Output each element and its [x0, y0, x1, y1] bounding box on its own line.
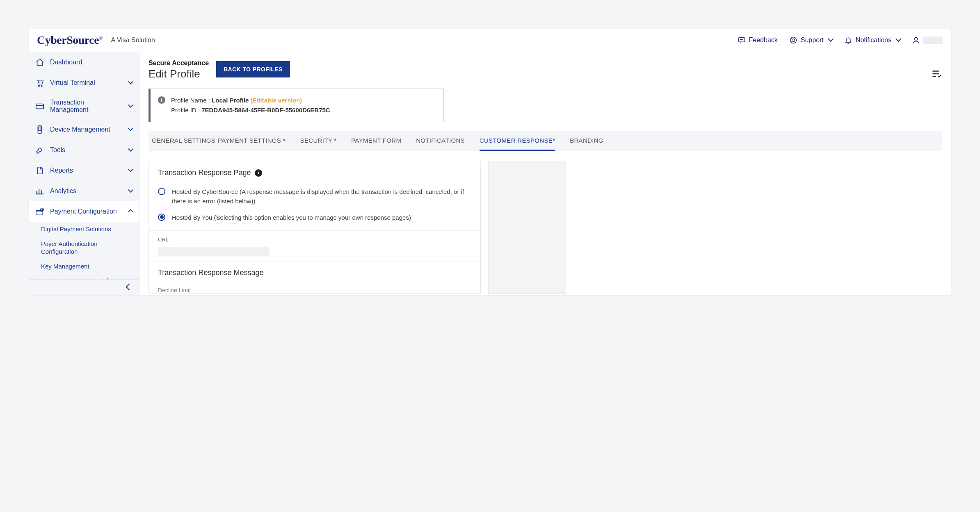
- wrench-icon: [35, 146, 44, 155]
- chevron-down-icon: [129, 187, 132, 195]
- card-icon: [35, 102, 44, 111]
- sidebar-collapse-button[interactable]: [29, 279, 139, 295]
- tab-security[interactable]: SECURITY *: [300, 131, 337, 151]
- radio-icon: [158, 214, 165, 221]
- decline-limit-label: Decline Limit: [149, 281, 480, 294]
- page-header: Secure Acceptance Edit Profile BACK TO P…: [148, 59, 942, 80]
- logo-main: CyberSource: [37, 34, 99, 46]
- sidebar-item-payment-configuration[interactable]: Payment Configuration: [29, 201, 139, 222]
- feedback-icon: [738, 36, 746, 44]
- sidebar-item-virtual-terminal[interactable]: Virtual Terminal: [29, 73, 139, 93]
- subitem-key-management[interactable]: Key Management: [41, 262, 139, 271]
- app-window: CyberSource® A Visa Solution Feedback Su…: [29, 29, 951, 295]
- profile-name-line: Profile Name : Local Profile (Editable v…: [171, 96, 330, 105]
- svg-point-2: [741, 39, 742, 40]
- registered-mark: ®: [99, 35, 102, 41]
- radio-hosted-by-you[interactable]: Hosted By You (Selecting this option ena…: [149, 209, 480, 225]
- tab-payment-settings[interactable]: PAYMENT SETTINGS *: [218, 131, 286, 151]
- info-icon: i: [158, 96, 165, 104]
- page-supertitle: Secure Acceptance: [148, 59, 209, 67]
- response-panel: Transaction Response Page i Hosted By Cy…: [148, 161, 481, 294]
- nav-list: Dashboard Virtual Terminal Transaction M…: [29, 52, 139, 279]
- header-actions: Feedback Support Notifications: [738, 36, 943, 44]
- tab-general-settings[interactable]: GENERAL SETTINGS: [152, 131, 215, 151]
- radio-label: Hosted By You (Selecting this option ena…: [172, 213, 411, 222]
- info-icon[interactable]: i: [255, 169, 262, 177]
- svg-point-8: [41, 85, 42, 86]
- logo-text: CyberSource®: [37, 34, 103, 47]
- body: Dashboard Virtual Terminal Transaction M…: [29, 52, 951, 295]
- notifications-dropdown[interactable]: Notifications: [844, 36, 900, 44]
- svg-point-5: [792, 39, 795, 42]
- sidebar-item-transaction-management[interactable]: Transaction Management: [29, 93, 139, 119]
- response-message-heading: Transaction Response Message: [149, 262, 480, 281]
- chevron-down-icon: [129, 146, 132, 154]
- subitem-digital-payment-solutions[interactable]: Digital Payment Solutions: [41, 224, 139, 234]
- user-name-redacted: [923, 36, 943, 44]
- support-dropdown[interactable]: Support: [789, 36, 833, 44]
- user-menu[interactable]: [912, 36, 943, 44]
- url-label: URL: [158, 237, 471, 243]
- subitem-secure-acceptance[interactable]: Secure Acceptance Settings: [41, 276, 139, 279]
- svg-rect-9: [36, 104, 43, 109]
- payment-config-icon: [35, 207, 44, 216]
- nav-label: Device Management: [50, 126, 110, 133]
- chevron-down-icon: [129, 79, 132, 86]
- radio-icon: [158, 188, 165, 195]
- side-panel-placeholder: [488, 161, 566, 294]
- profile-info-box: i Profile Name : Local Profile (Editable…: [148, 89, 444, 122]
- support-icon: [789, 36, 797, 44]
- file-icon: [35, 166, 44, 175]
- chevron-down-icon: [129, 167, 132, 174]
- chevron-down-icon: [129, 126, 132, 133]
- chevron-down-icon: [129, 102, 132, 110]
- tab-branding[interactable]: BRANDING: [570, 131, 603, 151]
- nav-label: Transaction Management: [50, 99, 123, 114]
- subitem-payer-authentication[interactable]: Payer Authentication Configuration: [41, 239, 139, 257]
- logo-separator: [107, 34, 107, 46]
- svg-point-1: [740, 39, 740, 40]
- nav-label: Payment Configuration: [50, 208, 117, 215]
- sidebar-item-tools[interactable]: Tools: [29, 140, 139, 160]
- nav-label: Virtual Terminal: [50, 79, 95, 86]
- tab-customer-response[interactable]: CUSTOMER RESPONSE*: [480, 131, 555, 151]
- tab-payment-form[interactable]: PAYMENT FORM: [351, 131, 401, 151]
- svg-rect-11: [39, 127, 41, 131]
- tab-notifications[interactable]: NOTIFICATIONS: [416, 131, 465, 151]
- page-title: Edit Profile: [148, 68, 209, 80]
- bell-icon: [844, 36, 852, 44]
- nav-label: Reports: [50, 167, 73, 174]
- profile-id-line: Profile ID : 7EDDA945-5864-45FE-B0DF-556…: [171, 105, 330, 115]
- svg-point-3: [742, 39, 742, 40]
- radio-hosted-by-cybersource[interactable]: Hosted By CyberSource (A response messag…: [149, 184, 480, 209]
- sidebar-item-reports[interactable]: Reports: [29, 160, 139, 181]
- main-content: Secure Acceptance Edit Profile BACK TO P…: [139, 52, 951, 295]
- logo-block: CyberSource® A Visa Solution: [37, 34, 155, 47]
- url-value-redacted[interactable]: [158, 247, 269, 256]
- user-icon: [912, 36, 920, 44]
- back-to-profiles-button[interactable]: BACK TO PROFILES: [216, 61, 290, 77]
- sidebar-submenu: Digital Payment Solutions Payer Authenti…: [29, 222, 139, 279]
- sidebar-item-device-management[interactable]: Device Management: [29, 119, 139, 140]
- sidebar-item-analytics[interactable]: Analytics: [29, 181, 139, 201]
- header-bar: CyberSource® A Visa Solution Feedback Su…: [29, 29, 951, 52]
- home-icon: [35, 58, 44, 67]
- cart-icon: [35, 78, 44, 87]
- url-field-block: URL: [149, 231, 480, 262]
- svg-point-7: [39, 85, 40, 86]
- nav-label: Analytics: [50, 187, 76, 195]
- nav-label: Dashboard: [50, 59, 82, 66]
- panel-toggle-button[interactable]: [930, 68, 942, 80]
- feedback-link[interactable]: Feedback: [738, 36, 778, 44]
- chevron-down-icon: [895, 36, 900, 44]
- radio-label: Hosted By CyberSource (A response messag…: [172, 187, 471, 206]
- svg-point-6: [915, 37, 918, 40]
- device-icon: [35, 125, 44, 134]
- chevron-left-icon: [127, 284, 132, 291]
- chart-icon: [35, 187, 44, 196]
- nav-label: Tools: [50, 146, 65, 154]
- sidebar: Dashboard Virtual Terminal Transaction M…: [29, 52, 139, 295]
- chevron-down-icon: [827, 36, 833, 44]
- chevron-up-icon: [129, 208, 132, 215]
- sidebar-item-dashboard[interactable]: Dashboard: [29, 52, 139, 73]
